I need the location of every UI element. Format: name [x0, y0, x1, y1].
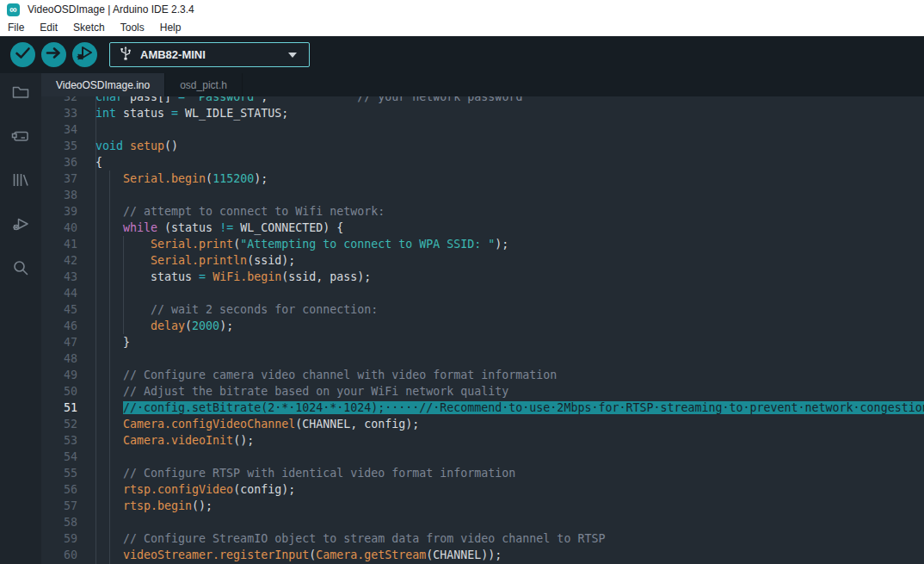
code-text: while (status != WL_CONNECTED) {: [95, 220, 343, 236]
code-line[interactable]: 41 Serial.print("Attempting to connect t…: [41, 236, 924, 252]
line-number[interactable]: 35: [41, 138, 95, 154]
code-line[interactable]: 35void setup(): [41, 138, 924, 154]
code-text: Serial.println(ssid);: [95, 252, 295, 269]
code-text: }: [95, 334, 130, 350]
code-line[interactable]: 45 // wait 2 seconds for connection:: [41, 301, 924, 318]
code-line[interactable]: 46 delay(2000);: [41, 318, 924, 334]
debug-panel-button[interactable]: [9, 214, 32, 237]
check-icon: [10, 40, 35, 69]
code-line[interactable]: 52 Camera.configVideoChannel(CHANNEL, co…: [41, 416, 924, 432]
boards-manager-button[interactable]: [9, 127, 32, 149]
code-line[interactable]: 59 // Configure StreamIO object to strea…: [41, 530, 924, 547]
menu-item-sketch[interactable]: Sketch: [65, 22, 113, 34]
code-text: // Configure RTSP with identical video f…: [95, 465, 515, 481]
code-line[interactable]: 51 //·config.setBitrate(2·*·1024·*·1024)…: [41, 400, 924, 416]
code-text: void setup(): [95, 138, 178, 154]
line-number[interactable]: 56: [41, 481, 95, 498]
menu-item-tools[interactable]: Tools: [113, 22, 152, 34]
line-number[interactable]: 37: [41, 170, 95, 187]
tab-bar: VideoOSDImage.inoosd_pict.h: [41, 73, 924, 96]
tab-label: osd_pict.h: [180, 79, 227, 91]
line-number[interactable]: 55: [41, 465, 95, 481]
line-number[interactable]: 32: [41, 96, 95, 105]
debug-button[interactable]: [72, 42, 97, 67]
tab-osd_pict.h[interactable]: osd_pict.h: [165, 73, 243, 96]
search-button[interactable]: [9, 258, 32, 281]
code-text: // Configure StreamIO object to stream d…: [95, 530, 605, 547]
line-number[interactable]: 59: [41, 530, 95, 547]
line-number[interactable]: 53: [41, 432, 95, 449]
line-number[interactable]: 50: [41, 383, 95, 400]
code-text: rtsp.begin();: [95, 498, 213, 514]
code-line[interactable]: 40 while (status != WL_CONNECTED) {: [41, 220, 924, 236]
code-line[interactable]: 34: [41, 121, 924, 138]
line-number[interactable]: 45: [41, 301, 95, 318]
code-line[interactable]: 56 rtsp.configVideo(config);: [41, 481, 924, 498]
code-text: Serial.print("Attempting to connect to W…: [95, 236, 508, 252]
code-line[interactable]: 54: [41, 449, 924, 465]
line-number[interactable]: 38: [41, 187, 95, 203]
code-line[interactable]: 48: [41, 350, 924, 367]
code-line[interactable]: 33int status = WL_IDLE_STATUS;: [41, 105, 924, 121]
library-icon: [10, 170, 31, 194]
line-number[interactable]: 51: [41, 400, 95, 416]
code-line[interactable]: 38: [41, 187, 924, 203]
code-line[interactable]: 37 Serial.begin(115200);: [41, 170, 924, 187]
line-number[interactable]: 42: [41, 252, 95, 269]
activity-sidebar: [0, 73, 41, 564]
code-line[interactable]: 50 // Adjust the bitrate based on your W…: [41, 383, 924, 400]
code-text: // wait 2 seconds for connection:: [95, 301, 378, 318]
line-number[interactable]: 58: [41, 514, 95, 530]
line-number[interactable]: 41: [41, 236, 95, 252]
code-line[interactable]: 42 Serial.println(ssid);: [41, 252, 924, 269]
code-line[interactable]: 49 // Configure camera video channel wit…: [41, 367, 924, 383]
code-text: status = WiFi.begin(ssid, pass);: [95, 269, 371, 285]
code-line[interactable]: 60 videoStreamer.registerInput(Camera.ge…: [41, 547, 924, 563]
code-line[interactable]: 53 Camera.videoInit();: [41, 432, 924, 449]
toolbar: AMB82-MINI: [0, 36, 924, 73]
line-number[interactable]: 44: [41, 285, 95, 301]
code-line[interactable]: 47 }: [41, 334, 924, 350]
board-selector[interactable]: AMB82-MINI: [109, 42, 310, 67]
arrow-right-icon: [41, 40, 66, 69]
code-text: // Configure camera video channel with v…: [95, 367, 557, 383]
code-text: Camera.videoInit();: [95, 432, 254, 449]
line-number[interactable]: 40: [41, 220, 95, 236]
line-number[interactable]: 52: [41, 416, 95, 432]
tab-label: VideoOSDImage.ino: [56, 79, 150, 91]
verify-button[interactable]: [10, 42, 35, 67]
menu-bar: FileEditSketchToolsHelp: [0, 19, 924, 36]
code-line[interactable]: 32char pass[] = "Password"; // your netw…: [41, 96, 924, 105]
menu-item-help[interactable]: Help: [152, 22, 189, 34]
code-line[interactable]: 43 status = WiFi.begin(ssid, pass);: [41, 269, 924, 285]
code-line[interactable]: 36{: [41, 154, 924, 170]
line-number[interactable]: 54: [41, 449, 95, 465]
line-number[interactable]: 46: [41, 318, 95, 334]
code-line[interactable]: 58: [41, 514, 924, 530]
line-number[interactable]: 60: [41, 547, 95, 563]
line-number[interactable]: 39: [41, 203, 95, 220]
code-editor[interactable]: 32char pass[] = "Password"; // your netw…: [41, 96, 924, 564]
menu-item-file[interactable]: File: [0, 22, 32, 34]
code-text: rtsp.configVideo(config);: [95, 481, 295, 498]
line-number[interactable]: 49: [41, 367, 95, 383]
library-manager-button[interactable]: [9, 170, 32, 193]
line-number[interactable]: 36: [41, 154, 95, 170]
code-line[interactable]: 44: [41, 285, 924, 301]
bug-play-icon: [10, 214, 31, 238]
upload-button[interactable]: [41, 42, 66, 67]
title-bar: ∞ VideoOSDImage | Arduino IDE 2.3.4: [0, 0, 924, 19]
line-number[interactable]: 34: [41, 121, 95, 138]
sketchbook-button[interactable]: [9, 83, 32, 105]
code-line[interactable]: 39 // attempt to connect to Wifi network…: [41, 203, 924, 220]
menu-item-edit[interactable]: Edit: [32, 22, 65, 34]
tab-VideoOSDImage.ino[interactable]: VideoOSDImage.ino: [41, 73, 165, 96]
code-line[interactable]: 55 // Configure RTSP with identical vide…: [41, 465, 924, 481]
line-number[interactable]: 57: [41, 498, 95, 514]
line-number[interactable]: 48: [41, 350, 95, 367]
line-number[interactable]: 43: [41, 269, 95, 285]
code-line[interactable]: 57 rtsp.begin();: [41, 498, 924, 514]
code-text: delay(2000);: [95, 318, 233, 334]
line-number[interactable]: 47: [41, 334, 95, 350]
line-number[interactable]: 33: [41, 105, 95, 121]
